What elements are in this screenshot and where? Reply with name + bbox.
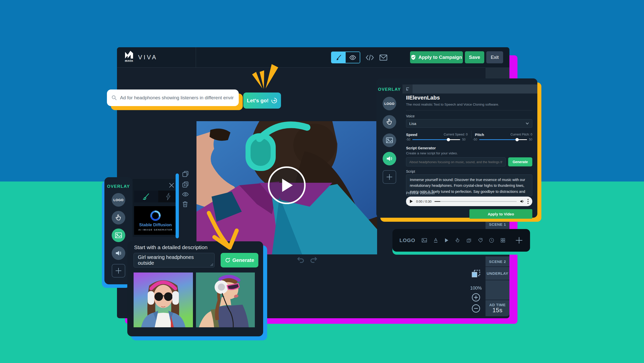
save-button[interactable]: Save	[465, 51, 484, 63]
pitch-slider[interactable]: -50 50	[473, 138, 533, 141]
timer-element-icon[interactable]	[489, 237, 494, 244]
burst-arrow-decoration	[250, 62, 280, 91]
logo-layer-button[interactable]: LOGO	[383, 97, 396, 110]
apply-to-video-button[interactable]: Apply to Video	[469, 209, 532, 219]
pitch-current: Current Pitch: 0	[510, 133, 532, 136]
pitch-knob[interactable]	[515, 138, 519, 141]
preview-eye-button[interactable]	[346, 52, 360, 63]
stable-diffusion-name: Stable Diffusion	[139, 222, 172, 228]
lets-go-button[interactable]: Let's go!	[243, 93, 281, 109]
image-prompt-value: Girl wearing headphones outside	[138, 254, 210, 266]
tab-effects[interactable]	[158, 191, 178, 202]
exit-button[interactable]: Exit	[486, 51, 503, 63]
divider	[471, 131, 471, 138]
underlay-tab[interactable]: UNDERLAY	[486, 267, 509, 280]
app-header: mntn VIVA Apply to Campaign	[117, 47, 509, 68]
stable-diffusion-logo-icon	[150, 210, 161, 221]
pitch-max: 50	[529, 138, 532, 141]
speaker-icon	[115, 250, 122, 257]
stable-diffusion-tagline: AI IMAGE GENERATOR	[138, 229, 173, 231]
volume-icon[interactable]	[520, 199, 524, 204]
svg-text:2: 2	[468, 240, 469, 242]
script-generate-button[interactable]: Generate	[508, 157, 532, 166]
kebab-menu-icon[interactable]	[527, 199, 529, 204]
zoom-out-button[interactable]	[471, 304, 480, 313]
mntn-wordmark: mntn	[124, 59, 135, 63]
play-button[interactable]	[268, 166, 306, 204]
search-icon	[111, 95, 117, 101]
ad-prompt-input[interactable]	[119, 95, 234, 101]
stable-diffusion-card[interactable]: Stable Diffusion AI IMAGE GENERATOR	[134, 206, 177, 235]
duplicate-icon[interactable]	[182, 170, 189, 177]
image-prompt-input[interactable]: Girl wearing headphones outside	[134, 253, 215, 267]
close-icon[interactable]	[168, 182, 175, 189]
add-layer-button[interactable]	[383, 170, 396, 184]
scene-2-tab[interactable]: SCENE 2	[486, 256, 509, 266]
scene-1-tab[interactable]: SCENE 1	[486, 219, 509, 229]
plus-icon	[115, 267, 122, 275]
audio-layer-button[interactable]	[383, 152, 396, 165]
generated-image-1[interactable]	[134, 273, 193, 327]
speed-slider[interactable]: -50 50	[406, 138, 466, 141]
scene-cell-empty[interactable]	[486, 280, 509, 300]
image-element-icon[interactable]	[422, 237, 427, 244]
history-controls	[296, 256, 318, 263]
brush-tool-button[interactable]	[332, 52, 346, 63]
add-element-button[interactable]	[515, 235, 523, 246]
apply-to-campaign-label: Apply to Campaign	[418, 55, 462, 60]
interaction-layer-button[interactable]	[112, 211, 125, 224]
elevenlabs-tagline: The most realistic Text to Speech and Vo…	[406, 103, 532, 106]
toolbar-logo-button[interactable]: LOGO	[399, 238, 415, 243]
interaction-icon[interactable]	[455, 237, 460, 244]
image-generator-subpanel: Stable Diffusion AI IMAGE GENERATOR	[133, 179, 178, 237]
zoom-in-button[interactable]	[471, 293, 480, 302]
speed-track[interactable]	[412, 139, 460, 140]
script-generate-label: Generate	[513, 160, 528, 164]
text-element-icon[interactable]	[433, 237, 438, 244]
generate-image-button[interactable]: Generate	[221, 253, 258, 267]
audio-play-icon[interactable]	[410, 199, 413, 203]
underlay-label: UNDERLAY	[487, 271, 508, 276]
audio-layer-button[interactable]	[112, 246, 125, 260]
script-prompt-input[interactable]	[406, 157, 506, 166]
slider-labels-row: Speed Current Speed: 0 Pitch Current Pit…	[406, 131, 532, 138]
arrow-circle-icon	[271, 97, 277, 104]
ad-time-label: AD TIME	[489, 303, 506, 307]
return-icon	[405, 87, 410, 91]
image-layer-button[interactable]	[383, 133, 396, 147]
audio-progress-track[interactable]	[434, 201, 517, 202]
undo-icon[interactable]	[296, 256, 305, 263]
email-share-button[interactable]	[379, 54, 388, 61]
scene-1-label: SCENE 1	[489, 222, 506, 226]
add-layer-button[interactable]	[112, 264, 125, 278]
apply-to-campaign-button[interactable]: Apply to Campaign	[410, 51, 463, 63]
logo-layer-button[interactable]: LOGO	[112, 193, 125, 207]
pitch-track[interactable]	[479, 139, 527, 140]
duplicate-add-icon[interactable]	[182, 181, 189, 188]
scene-cell-empty-top[interactable]	[486, 67, 509, 78]
layer-actions	[182, 170, 189, 208]
speed-knob[interactable]	[447, 138, 450, 141]
pages-element-icon[interactable]: 2	[466, 237, 471, 244]
selection-crop-icon[interactable]	[471, 269, 481, 279]
scroll-indicator[interactable]	[176, 173, 179, 238]
voice-select[interactable]: Lisa	[406, 119, 532, 128]
code-embed-button[interactable]	[366, 54, 374, 61]
redo-icon[interactable]	[309, 256, 318, 263]
generated-image-2[interactable]	[196, 273, 255, 327]
delete-icon[interactable]	[182, 201, 188, 208]
interaction-layer-button[interactable]	[383, 115, 396, 129]
image-generation-panel: Start with a detailed description Girl w…	[127, 241, 263, 336]
collapse-panel-button[interactable]	[403, 84, 413, 94]
video-element-icon[interactable]	[445, 237, 449, 244]
curved-arrow-decoration	[205, 210, 248, 254]
resize-handle-icon[interactable]	[210, 263, 213, 266]
tag-element-icon[interactable]	[478, 237, 483, 244]
visibility-icon[interactable]	[182, 192, 189, 197]
tab-brush[interactable]	[134, 191, 158, 202]
edit-preview-toggle	[331, 52, 360, 63]
ad-time-cell: AD TIME 15s	[486, 300, 509, 316]
image-layer-button[interactable]	[112, 229, 125, 242]
layout-grid-icon[interactable]	[500, 237, 505, 244]
hand-pointer-icon	[115, 214, 122, 221]
